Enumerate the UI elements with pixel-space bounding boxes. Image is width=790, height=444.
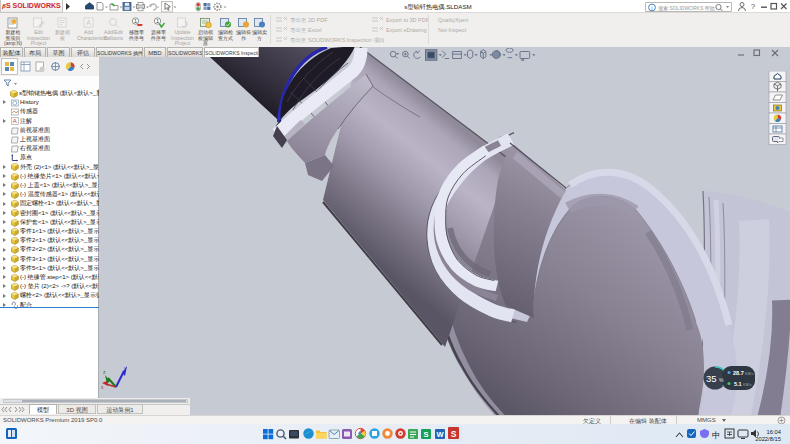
svg-text:%: %: [719, 377, 724, 383]
svg-text:35: 35: [706, 373, 717, 384]
svg-text:KB/s: KB/s: [743, 382, 751, 387]
svg-text:i: i: [651, 5, 652, 11]
svg-text:A: A: [13, 118, 17, 124]
svg-text:16:04: 16:04: [766, 429, 781, 435]
svg-text:中: 中: [712, 430, 721, 440]
svg-text:S: S: [423, 430, 428, 439]
svg-text:28.7: 28.7: [733, 370, 744, 376]
svg-text:1: 1: [156, 18, 159, 24]
svg-text:A: A: [86, 19, 91, 26]
svg-text:2022/8/15: 2022/8/15: [755, 436, 781, 442]
svg-text:KB/s: KB/s: [745, 371, 753, 376]
svg-text:?: ?: [751, 2, 756, 11]
svg-text:1: 1: [134, 18, 137, 24]
svg-text:S: S: [451, 429, 457, 439]
svg-text:5.1: 5.1: [734, 381, 742, 387]
svg-text:W: W: [436, 430, 444, 439]
